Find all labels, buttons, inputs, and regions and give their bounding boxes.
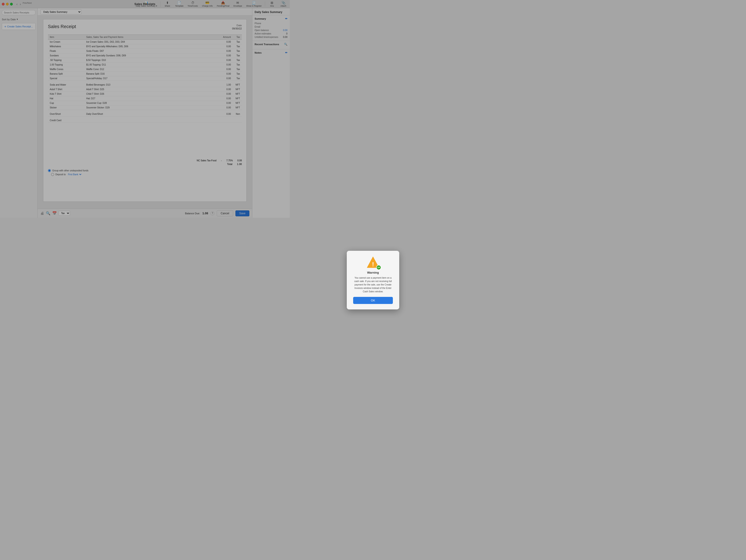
dialog-overlay: ! QB Warning You cannot use a payment it… bbox=[0, 0, 290, 218]
